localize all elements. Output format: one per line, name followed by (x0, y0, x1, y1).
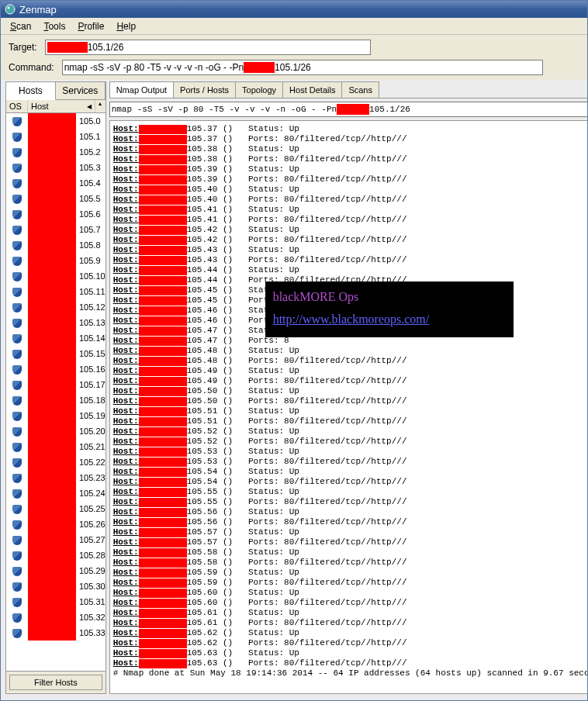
host-row[interactable]: 105.0 (6, 113, 105, 129)
host-redacted (28, 392, 76, 408)
host-redacted (28, 144, 76, 160)
host-row[interactable]: 105.2 (6, 144, 105, 160)
host-suffix: 105.20 (76, 426, 105, 436)
host-row[interactable]: 105.10 (6, 268, 105, 284)
output-line: Host: 105.42 () Status: Up (113, 225, 588, 235)
host-list[interactable]: 105.0105.1105.2105.3105.4105.5105.6105.7… (6, 113, 105, 671)
right-pane: Nmap OutputPorts / HostsTopologyHost Det… (109, 81, 588, 694)
output-line: Host: 105.38 () Status: Up (113, 144, 588, 154)
output-line: Host: 105.40 () Status: Up (113, 185, 588, 195)
tab-scans[interactable]: Scans (341, 81, 379, 98)
output-redacted (139, 357, 187, 366)
output-host-label: Host: (113, 366, 139, 376)
output-line: Host: 105.50 () Ports: 80/filtered/tcp//… (113, 396, 588, 406)
menu-help[interactable]: Help (112, 19, 140, 33)
output-redacted (139, 548, 187, 558)
host-row[interactable]: 105.8 (6, 237, 105, 253)
host-row[interactable]: 105.31 (6, 594, 105, 609)
output-host-label: Host: (113, 275, 139, 285)
host-row[interactable]: 105.25 (6, 501, 105, 516)
host-redacted (28, 454, 76, 470)
output-line: Host: 105.51 () Ports: 80/filtered/tcp//… (113, 416, 588, 426)
os-icon (6, 178, 28, 188)
os-icon (6, 441, 28, 452)
os-icon (6, 410, 28, 421)
host-row[interactable]: 105.3 (6, 160, 105, 175)
col-header-os[interactable]: OS (6, 100, 28, 112)
output-redacted (139, 165, 187, 174)
col-header-host[interactable]: Host ◀ (28, 100, 95, 112)
host-row[interactable]: 105.6 (6, 206, 105, 222)
host-row[interactable]: 105.12 (6, 299, 105, 315)
output-line: Host: 105.43 () Status: Up (113, 245, 588, 255)
output-line: Host: 105.41 () Ports: 80/filtered/tcp//… (113, 215, 588, 225)
output-line: Host: 105.44 () Status: Up (113, 265, 588, 275)
menubar: Scan Tools Profile Help (1, 18, 587, 35)
output-redacted (139, 649, 187, 658)
host-row[interactable]: 105.1 (6, 129, 105, 144)
tab-services[interactable]: Services (56, 82, 105, 99)
host-row[interactable]: 105.23 (6, 470, 105, 485)
output-redacted (139, 326, 187, 336)
output-line: Host: 105.61 () Status: Up (113, 608, 588, 618)
host-row[interactable]: 105.27 (6, 532, 105, 547)
command-display[interactable]: nmap -sS -sV -p 80 -T5 -v -v -v -n -oG -… (109, 102, 588, 117)
output-host-label: Host: (113, 356, 139, 366)
tab-nmap-output[interactable]: Nmap Output (109, 81, 174, 98)
host-row[interactable]: 105.15 (6, 346, 105, 361)
host-row[interactable]: 105.13 (6, 315, 105, 330)
output-host-label: Host: (113, 316, 139, 326)
tab-host-details[interactable]: Host Details (282, 81, 342, 98)
output-host-label: Host: (113, 588, 139, 598)
watermark-overlay: blackMORE Ops http://www.blackmoreops.co… (265, 281, 514, 337)
host-row[interactable]: 105.14 (6, 330, 105, 346)
os-icon (6, 503, 28, 514)
output-host-label: Host: (113, 245, 139, 255)
host-row[interactable]: 105.29 (6, 563, 105, 578)
output-redacted (139, 125, 187, 134)
host-row[interactable]: 105.7 (6, 222, 105, 237)
target-input[interactable]: 105.1/26 (45, 40, 371, 55)
host-row[interactable]: 105.22 (6, 454, 105, 470)
tab-topology[interactable]: Topology (235, 81, 283, 98)
host-row[interactable]: 105.30 (6, 578, 105, 594)
host-suffix: 105.17 (76, 380, 105, 389)
host-redacted (28, 237, 76, 253)
host-row[interactable]: 105.20 (6, 423, 105, 439)
tab-hosts[interactable]: Hosts (6, 82, 56, 100)
host-row[interactable]: 105.28 (6, 547, 105, 563)
host-row[interactable]: 105.21 (6, 439, 105, 454)
scroll-up-icon[interactable]: ▴ (95, 100, 105, 112)
output-host-label: Host: (113, 426, 139, 437)
host-row[interactable]: 105.11 (6, 284, 105, 299)
host-suffix: 105.29 (76, 566, 105, 575)
host-row[interactable]: 105.9 (6, 253, 105, 268)
output-host-label: Host: (113, 154, 139, 164)
host-row[interactable]: 105.26 (6, 516, 105, 532)
output-line: Host: 105.48 () Status: Up (113, 346, 588, 356)
output-host-label: Host: (113, 235, 139, 245)
output-redacted (139, 175, 187, 185)
host-row[interactable]: 105.19 (6, 408, 105, 423)
nmap-output[interactable]: blackMORE Ops http://www.blackmoreops.co… (109, 120, 588, 694)
host-redacted (28, 268, 76, 284)
command-input[interactable]: nmap -sS -sV -p 80 -T5 -v -v -v -n -oG -… (62, 60, 543, 75)
svg-point-0 (5, 5, 15, 14)
filter-hosts-button[interactable]: Filter Hosts (9, 675, 102, 690)
host-row[interactable]: 105.16 (6, 361, 105, 377)
menu-scan[interactable]: Scan (5, 19, 36, 33)
watermark-link: http://www.blackmoreops.com/ (273, 313, 430, 326)
host-row[interactable]: 105.4 (6, 175, 105, 191)
host-row[interactable]: 105.5 (6, 191, 105, 206)
output-line: Host: 105.59 () Status: Up (113, 568, 588, 578)
output-line: Host: 105.63 () Status: Up (113, 648, 588, 658)
host-row[interactable]: 105.17 (6, 377, 105, 392)
host-row[interactable]: 105.18 (6, 392, 105, 408)
host-row[interactable]: 105.32 (6, 609, 105, 625)
menu-profile[interactable]: Profile (73, 19, 109, 33)
menu-tools[interactable]: Tools (39, 19, 70, 33)
os-icon (6, 193, 28, 204)
host-row[interactable]: 105.33 (6, 625, 105, 641)
tab-ports-hosts[interactable]: Ports / Hosts (173, 81, 236, 98)
host-row[interactable]: 105.24 (6, 485, 105, 501)
